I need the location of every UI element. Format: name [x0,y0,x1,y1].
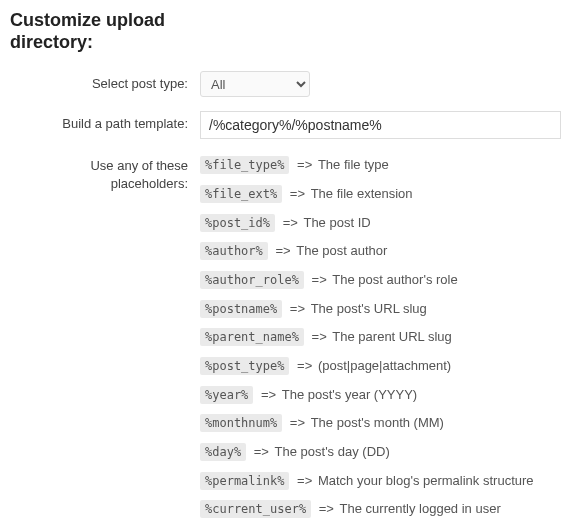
placeholder-row: %post_type% => (post|page|attachment) [200,354,561,379]
arrow: => [293,157,315,172]
label-path-template: Build a path template: [10,111,200,133]
placeholder-row: %file_ext% => The file extension [200,182,561,207]
placeholder-token: %author% [200,242,268,260]
placeholder-description: The post's month (MM) [311,415,444,430]
placeholder-token: %current_user% [200,500,311,518]
placeholder-row: %postname% => The post's URL slug [200,297,561,322]
arrow: => [308,329,330,344]
placeholder-description: The file type [318,157,389,172]
post-type-select[interactable]: All [200,71,310,97]
arrow: => [286,415,308,430]
placeholder-token: %permalink% [200,472,289,490]
placeholder-row: %author_role% => The post author's role [200,268,561,293]
placeholder-description: The post author [296,243,387,258]
placeholder-description: The post's year (YYYY) [282,387,417,402]
placeholder-row: %current_user% => The currently logged i… [200,497,561,518]
arrow: => [272,243,294,258]
placeholder-row: %year% => The post's year (YYYY) [200,383,561,408]
placeholder-description: The post's URL slug [311,301,427,316]
placeholder-token: %author_role% [200,271,304,289]
label-post-type: Select post type: [10,71,200,93]
placeholder-description: The post author's role [332,272,457,287]
placeholder-description: The post ID [303,215,370,230]
placeholder-row: %file_type% => The file type [200,153,561,178]
placeholder-row: %author% => The post author [200,239,561,264]
placeholder-token: %year% [200,386,253,404]
placeholder-row: %monthnum% => The post's month (MM) [200,411,561,436]
arrow: => [286,301,308,316]
placeholder-row: %day% => The post's day (DD) [200,440,561,465]
placeholder-row: %parent_name% => The parent URL slug [200,325,561,350]
placeholder-description: The parent URL slug [332,329,451,344]
arrow: => [308,272,330,287]
placeholder-description: (post|page|attachment) [318,358,451,373]
placeholder-description: The post's day (DD) [275,444,390,459]
row-post-type: Select post type: All [10,71,573,97]
placeholder-row: %post_id% => The post ID [200,211,561,236]
row-placeholders: Use any of these placeholders: %file_typ… [10,153,573,518]
placeholder-description: The currently logged in user [340,501,501,516]
row-path-template: Build a path template: [10,111,573,139]
arrow: => [257,387,279,402]
placeholder-row: %permalink% => Match your blog's permali… [200,469,561,494]
placeholder-token: %file_type% [200,156,289,174]
placeholder-list: %file_type% => The file type%file_ext% =… [200,153,573,518]
arrow: => [250,444,272,459]
placeholder-token: %post_id% [200,214,275,232]
placeholder-token: %postname% [200,300,282,318]
path-template-input[interactable] [200,111,561,139]
section-heading: Customize upload directory: [10,10,190,53]
placeholder-token: %parent_name% [200,328,304,346]
placeholder-token: %monthnum% [200,414,282,432]
placeholder-description: Match your blog's permalink structure [318,473,534,488]
arrow: => [286,186,308,201]
placeholder-token: %day% [200,443,246,461]
label-placeholders: Use any of these placeholders: [10,153,200,192]
placeholder-token: %file_ext% [200,185,282,203]
placeholder-token: %post_type% [200,357,289,375]
arrow: => [315,501,337,516]
arrow: => [293,358,315,373]
placeholder-description: The file extension [311,186,413,201]
arrow: => [279,215,301,230]
arrow: => [293,473,315,488]
